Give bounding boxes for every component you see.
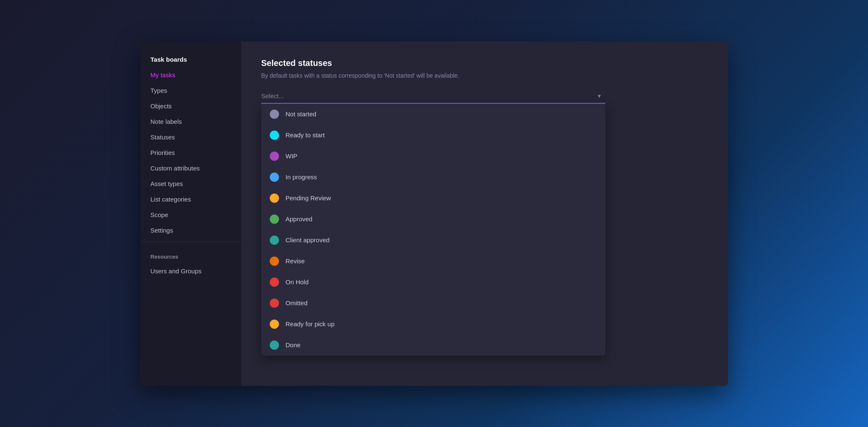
sidebar-item-asset-types[interactable]: Asset types — [141, 176, 241, 191]
main-content: Selected statuses By default tasks with … — [241, 42, 728, 386]
sidebar-item-task-boards[interactable]: Task boards — [141, 52, 241, 67]
dropdown-label-not-started: Not started — [286, 110, 316, 118]
dropdown-label-revise: Revise — [286, 257, 305, 265]
dropdown-label-omitted: Omitted — [286, 299, 308, 306]
status-dot-in-progress — [270, 173, 279, 182]
dropdown-label-client-approved: Client approved — [286, 236, 330, 244]
section-description: By default tasks with a status correspon… — [261, 72, 708, 79]
status-dot-approved — [270, 215, 279, 224]
sidebar-divider — [141, 241, 241, 242]
chevron-down-icon: ▼ — [597, 93, 602, 99]
dropdown-item-ready-for-pick-up[interactable]: Ready for pick up — [261, 314, 605, 335]
status-dot-pending-review — [270, 194, 279, 203]
status-select-input[interactable] — [261, 89, 605, 104]
dropdown-label-wip: WIP — [286, 152, 297, 160]
status-dot-done — [270, 341, 279, 350]
status-dot-not-started — [270, 110, 279, 119]
dropdown-item-ready-to-start[interactable]: Ready to start — [261, 125, 605, 146]
sidebar-item-users-and-groups[interactable]: Users and Groups — [141, 263, 241, 279]
status-dot-client-approved — [270, 236, 279, 245]
sidebar-item-my-tasks[interactable]: My tasks — [141, 67, 241, 83]
app-window: Task boards My tasks Types Objects Note … — [141, 42, 728, 386]
dropdown-label-on-hold: On Hold — [286, 278, 309, 286]
sidebar-item-custom-attributes[interactable]: Custom attributes — [141, 160, 241, 176]
section-title: Selected statuses — [261, 58, 708, 68]
dropdown-label-in-progress: In progress — [286, 173, 317, 181]
dropdown-item-on-hold[interactable]: On Hold — [261, 272, 605, 293]
status-dropdown: Not started Ready to start WIP In progre… — [261, 104, 605, 356]
dropdown-item-approved[interactable]: Approved — [261, 209, 605, 230]
dropdown-label-ready-for-pick-up: Ready for pick up — [286, 320, 335, 327]
dropdown-item-revise[interactable]: Revise — [261, 251, 605, 272]
status-dot-revise — [270, 257, 279, 266]
status-dot-ready-for-pick-up — [270, 320, 279, 329]
status-dot-omitted — [270, 299, 279, 308]
sidebar-item-scope[interactable]: Scope — [141, 207, 241, 223]
sidebar-item-types[interactable]: Types — [141, 83, 241, 98]
status-dot-on-hold — [270, 278, 279, 287]
dropdown-item-client-approved[interactable]: Client approved — [261, 230, 605, 251]
sidebar-item-note-labels[interactable]: Note labels — [141, 114, 241, 129]
sidebar-item-priorities[interactable]: Priorities — [141, 145, 241, 160]
dropdown-item-omitted[interactable]: Omitted — [261, 293, 605, 314]
dropdown-label-approved: Approved — [286, 215, 313, 223]
dropdown-label-ready-to-start: Ready to start — [286, 131, 325, 139]
dropdown-item-not-started[interactable]: Not started — [261, 104, 605, 125]
sidebar-item-statuses[interactable]: Statuses — [141, 129, 241, 145]
dropdown-item-in-progress[interactable]: In progress — [261, 167, 605, 188]
select-container: ▼ Not started Ready to start WIP — [261, 89, 605, 104]
sidebar-item-objects[interactable]: Objects — [141, 98, 241, 114]
status-dot-wip — [270, 152, 279, 161]
sidebar: Task boards My tasks Types Objects Note … — [141, 42, 241, 386]
dropdown-item-wip[interactable]: WIP — [261, 146, 605, 167]
dropdown-label-done: Done — [286, 341, 301, 348]
dropdown-label-pending-review: Pending Review — [286, 194, 331, 202]
dropdown-item-pending-review[interactable]: Pending Review — [261, 188, 605, 209]
sidebar-resources-label: Resources — [141, 245, 241, 263]
sidebar-item-settings[interactable]: Settings — [141, 223, 241, 238]
status-dot-ready-to-start — [270, 131, 279, 140]
dropdown-item-done[interactable]: Done — [261, 335, 605, 356]
sidebar-item-list-categories[interactable]: List categories — [141, 191, 241, 207]
